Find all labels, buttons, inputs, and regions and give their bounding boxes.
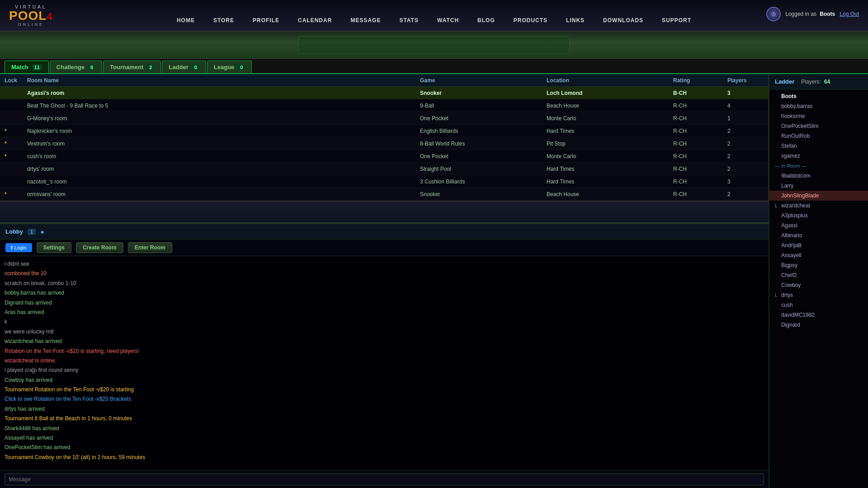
nav-watch[interactable]: WATCH bbox=[434, 15, 462, 25]
nav-support[interactable]: SUPPORT bbox=[658, 15, 695, 25]
col-location: Location bbox=[542, 77, 669, 84]
ladder-item[interactable]: Albinario bbox=[769, 230, 868, 240]
ladder-item[interactable]: JohnSlingBlade bbox=[769, 191, 868, 201]
ladder-item[interactable]: RunOutRob bbox=[769, 131, 868, 141]
chat-line: Rotation on the Ten Foot -v$20 is starti… bbox=[5, 347, 764, 356]
ladder-item[interactable]: hooksrme bbox=[769, 111, 868, 121]
cell-game: 9-Ball bbox=[415, 103, 542, 109]
cell-location: Beach House bbox=[542, 191, 669, 197]
nav-blog[interactable]: BLOG bbox=[474, 15, 499, 25]
table-row[interactable]: Beat The Ghost - 9 Ball Race to 5 9-Ball… bbox=[0, 99, 768, 112]
player-name: Stefan bbox=[781, 143, 863, 149]
message-input[interactable] bbox=[5, 474, 764, 485]
player-name: RunOutRob bbox=[781, 133, 863, 139]
ladder-title: Ladder bbox=[775, 78, 794, 85]
table-row[interactable]: nazototi_'s room 3 Cushion Billiards Har… bbox=[0, 175, 768, 188]
chat-text[interactable]: Click to see Rotation on the Ten Foot -v… bbox=[5, 396, 131, 402]
tab-tournament[interactable]: Tournament 2 bbox=[103, 61, 161, 73]
ladder-item[interactable]: OnePocketSlim bbox=[769, 121, 868, 131]
ladder-item[interactable]: Dignard bbox=[769, 320, 868, 330]
nav-downloads[interactable]: DOWNLOADS bbox=[599, 15, 647, 25]
ladder-item[interactable]: Ldrtys bbox=[769, 290, 868, 300]
chat-toolbar: f Login Settings Create Room Enter Room bbox=[0, 239, 769, 256]
ladder-item[interactable]: Assayell bbox=[769, 250, 868, 260]
table-rows: Agassi's room Snooker Loch Lomond B-CH 3… bbox=[0, 87, 768, 201]
ladder-item[interactable]: xgamez bbox=[769, 151, 868, 161]
ladder-item[interactable]: bobby.barras bbox=[769, 101, 868, 111]
ladder-item[interactable]: Cowboy bbox=[769, 280, 868, 290]
table-row[interactable]: * ormsvans' room Snooker Beach House R-C… bbox=[0, 188, 768, 201]
ladder-item[interactable]: Cheif2 bbox=[769, 270, 868, 280]
ladder-header: Ladder Players: 64 bbox=[769, 74, 868, 89]
nav-products[interactable]: PRODUCTS bbox=[510, 15, 551, 25]
cell-location: Beach House bbox=[542, 103, 669, 109]
nav-calendar[interactable]: CALENDAR bbox=[294, 15, 335, 25]
nav-message[interactable]: MESSAGE bbox=[347, 15, 384, 25]
chat-text: wizardcheat has arrived bbox=[5, 338, 62, 344]
tab-league-count: 0 bbox=[238, 64, 245, 70]
cell-players: 2 bbox=[723, 141, 768, 147]
ladder-item[interactable]: — In Room — bbox=[769, 161, 868, 171]
cell-players: 3 bbox=[723, 90, 768, 96]
table-row[interactable]: * Vextrum's room 8-Ball World Rules Pit … bbox=[0, 137, 768, 150]
chat-text: Shark4488 has arrived bbox=[5, 425, 59, 432]
logout-button[interactable]: Log Out bbox=[840, 11, 859, 17]
ladder-item[interactable]: Stefan bbox=[769, 141, 868, 151]
tab-challenge[interactable]: Challenge 8 bbox=[50, 61, 102, 73]
cell-location: Hard Times bbox=[542, 166, 669, 172]
nav-stats[interactable]: STATS bbox=[396, 15, 422, 25]
ladder-item[interactable]: cush bbox=[769, 300, 868, 310]
table-row[interactable]: * Napknicker's room English Billiards Ha… bbox=[0, 125, 768, 137]
facebook-login-button[interactable]: f Login bbox=[5, 243, 32, 252]
tab-ladder[interactable]: Ladder 0 bbox=[162, 61, 206, 73]
nav-home[interactable]: HOME bbox=[173, 15, 198, 25]
nav-store[interactable]: STORE bbox=[210, 15, 238, 25]
ladder-item[interactable]: A3plusplus bbox=[769, 211, 868, 221]
navigation: HOME STORE PROFILE CALENDAR MESSAGE STAT… bbox=[173, 15, 695, 25]
col-lock: Lock bbox=[0, 77, 23, 84]
table-headers: Lock Room Name Game Location Rating Play… bbox=[0, 74, 768, 87]
player-name: Albinario bbox=[781, 232, 863, 239]
players-label: Players: 64 bbox=[801, 79, 830, 85]
player-name: Larry bbox=[781, 183, 863, 189]
cell-lock: * bbox=[0, 128, 23, 134]
ladder-item[interactable]: Boots bbox=[769, 91, 868, 101]
chat-text: OnePocketSlim has arrived bbox=[5, 444, 70, 450]
chat-text: we were unlucky m8 bbox=[5, 328, 54, 335]
ladder-item[interactable]: AndrijaB bbox=[769, 240, 868, 250]
ladder-item[interactable]: 9balldotcom bbox=[769, 171, 868, 181]
enter-room-button[interactable]: Enter Room bbox=[128, 242, 172, 253]
tab-league[interactable]: League 0 bbox=[207, 61, 252, 73]
lobby-refresh-icon[interactable]: ● bbox=[40, 228, 44, 235]
cell-players: 2 bbox=[723, 153, 768, 160]
ladder-item[interactable]: Bigpsy bbox=[769, 260, 868, 270]
table-row[interactable]: G-Money's room One Pocket Monte Carlo R-… bbox=[0, 112, 768, 125]
chat-text: wizardcheat is online. bbox=[5, 357, 57, 364]
chat-text: Tournament Rotation on the Ten Foot -v$2… bbox=[5, 386, 134, 393]
chat-text: Cowboy has arrived bbox=[5, 377, 52, 383]
cell-name: Napknicker's room bbox=[23, 128, 415, 134]
create-room-button[interactable]: Create Room bbox=[76, 242, 123, 253]
player-name: davidMC1982 bbox=[781, 312, 863, 318]
chat-text: Dignard has arrived bbox=[5, 300, 52, 306]
col-game: Game bbox=[415, 77, 542, 84]
nav-profile[interactable]: PROFILE bbox=[249, 15, 283, 25]
rooms-section: Lock Room Name Game Location Rating Play… bbox=[0, 74, 769, 201]
cell-name: Beat The Ghost - 9 Ball Race to 5 bbox=[23, 103, 415, 109]
chat-line: i didnt see bbox=[5, 259, 764, 268]
table-row[interactable]: drtys' room Straight Pool Hard Times R-C… bbox=[0, 163, 768, 175]
settings-button[interactable]: Settings bbox=[37, 242, 71, 253]
ladder-item[interactable]: Agassi bbox=[769, 221, 868, 230]
cell-location: Hard Times bbox=[542, 178, 669, 185]
lobby-tab[interactable]: Lobby bbox=[5, 228, 23, 235]
table-row[interactable]: * cush's room One Pocket Monte Carlo R-C… bbox=[0, 150, 768, 163]
ladder-item[interactable]: davidMC1982 bbox=[769, 310, 868, 320]
ladder-item[interactable]: Lwizardcheat bbox=[769, 201, 868, 211]
table-row[interactable]: Agassi's room Snooker Loch Lomond B-CH 3 bbox=[0, 87, 768, 99]
ladder-item[interactable]: Larry bbox=[769, 181, 868, 191]
cell-game: English Billiards bbox=[415, 128, 542, 134]
tab-match[interactable]: Match 11 bbox=[5, 61, 49, 73]
player-name: JohnSlingBlade bbox=[781, 192, 863, 199]
tab-tournament-count: 2 bbox=[147, 64, 154, 70]
nav-links[interactable]: LINKS bbox=[562, 15, 588, 25]
